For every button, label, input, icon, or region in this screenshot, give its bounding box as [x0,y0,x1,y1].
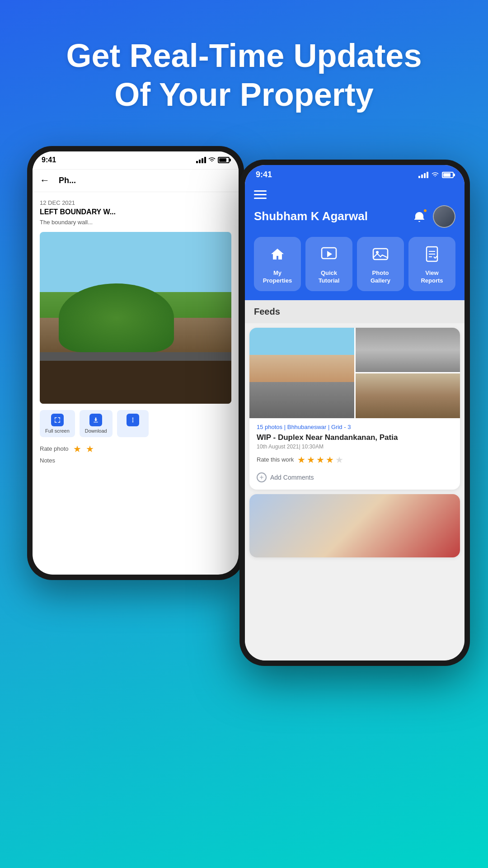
front-status-bar: 9:41 [245,165,465,185]
download-label: Download [85,428,107,434]
notification-bell[interactable] [412,209,427,224]
wifi-icon [208,157,216,163]
fullscreen-icon [51,414,64,426]
feeds-title-bar: Feeds [245,300,465,323]
back-toolbar: Full screen Download [40,410,231,437]
back-photo-title: LEFT BOUNDARY W... [40,208,231,216]
back-notes: Notes [40,457,231,464]
notification-dot [423,208,427,213]
feed-card-1[interactable]: 15 photos | Bhhubaneswar | Grid - 3 WIP … [249,328,460,490]
back-description: The boundary wall... [40,219,231,226]
signal-icon [196,157,206,163]
fullscreen-label: Full screen [45,428,70,434]
back-nav-bar: ← Ph... [33,170,239,192]
my-properties-button[interactable]: MyProperties [254,237,301,291]
gallery-icon [370,243,391,265]
phones-container: 9:41 ← Ph... [0,132,488,774]
front-phone-screen: 9:41 [245,165,465,660]
photo-gallery-label: PhotoGallery [371,269,390,285]
quick-tutorial-button[interactable]: QuickTutorial [305,237,352,291]
back-status-icons [196,157,230,163]
stars-container: ★ ★ ★ ★ ★ [297,454,343,465]
quick-actions: MyProperties QuickTutorial [254,237,455,291]
front-battery-icon [442,172,454,178]
add-comment-label: Add Comments [270,474,314,481]
photo-gallery-button[interactable]: PhotoGallery [357,237,404,291]
back-star-2[interactable]: ★ [86,443,94,454]
feeds-section: Feeds 15 photos | Bhhubaneswar | Grid - … [245,300,465,660]
feed-main-image [249,328,354,418]
quick-tutorial-label: QuickTutorial [319,269,340,285]
hamburger-menu[interactable] [254,190,455,199]
back-photo-display [40,232,231,404]
reports-icon [421,243,443,265]
back-rate-row: Rate photo ★ ★ [40,443,231,454]
feeds-title: Feeds [254,307,280,316]
back-status-time: 9:41 [42,156,56,164]
feed-bottom-image [356,373,460,418]
back-phone-screen: 9:41 ← Ph... [33,151,239,575]
back-nav-title: Ph... [59,176,76,185]
my-properties-label: MyProperties [263,269,292,285]
star-1[interactable]: ★ [297,454,305,465]
rate-label: Rate this work [257,456,294,463]
add-comment-row[interactable]: + Add Comments [257,469,453,486]
back-star-1[interactable]: ★ [73,443,81,454]
headline: Get Real-Time Updates Of Your Property [27,36,461,114]
front-status-icons [418,172,454,178]
rating-row: Rate this work ★ ★ ★ ★ ★ [257,454,453,465]
back-arrow-icon[interactable]: ← [40,175,50,186]
star-5-empty[interactable]: ★ [335,454,343,465]
fullscreen-button[interactable]: Full screen [40,410,75,437]
view-reports-button[interactable]: ViewReports [408,237,455,291]
photo-fence-decoration [40,361,231,404]
avatar[interactable] [433,205,455,228]
star-4[interactable]: ★ [326,454,334,465]
feed-card-2[interactable] [249,494,460,557]
back-status-bar: 9:41 [33,151,239,170]
back-rate-label: Rate photo [40,445,69,452]
back-phone: 9:41 ← Ph... [27,146,244,580]
front-header: Shubham K Agarwal [245,185,465,300]
star-3[interactable]: ★ [316,454,324,465]
play-icon [318,243,340,265]
battery-icon [218,157,230,163]
download-icon [89,414,102,426]
avatar-image [434,206,455,227]
feed-title: WIP - Duplex Near Nandankanan, Patia [257,433,453,442]
view-reports-label: ViewReports [421,269,443,285]
back-date: 12 DEC 2021 [40,199,231,206]
feed-images [249,328,460,418]
star-2[interactable]: ★ [307,454,315,465]
front-phone: 9:41 [239,160,470,666]
user-name: Shubham K Agarwal [254,209,368,223]
home-icon [267,243,288,265]
header-section: Get Real-Time Updates Of Your Property [0,0,488,132]
photo-trees-decoration [59,283,174,352]
feed-date: 10th August 2021| 10:30AM [257,443,453,450]
download-button[interactable]: Download [80,410,113,437]
svg-rect-2 [373,249,388,259]
front-status-time: 9:41 [256,170,272,179]
more-icon [127,414,139,426]
user-actions [412,205,455,228]
more-button[interactable] [117,410,149,437]
front-signal-icon [418,172,428,178]
svg-marker-1 [327,251,332,257]
user-row: Shubham K Agarwal [254,205,455,228]
feed-meta: 15 photos | Bhhubaneswar | Grid - 3 WIP … [249,418,460,490]
front-wifi-icon [431,172,439,178]
feed-top-image [356,328,460,373]
back-content: 12 DEC 2021 LEFT BOUNDARY W... The bound… [33,192,239,471]
add-comment-icon: + [257,472,267,482]
feed-tags: 15 photos | Bhhubaneswar | Grid - 3 [257,424,453,430]
feed-preview-image [249,494,460,557]
